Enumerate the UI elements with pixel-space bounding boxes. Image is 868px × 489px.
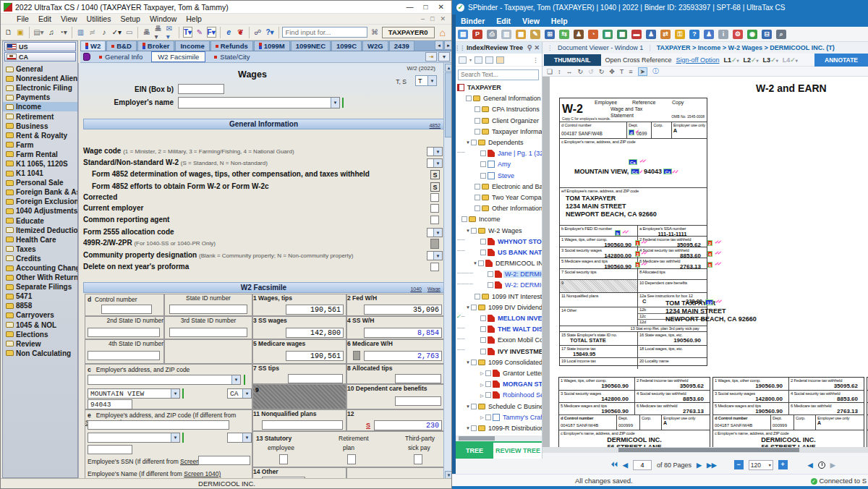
- tree-checkbox[interactable]: [480, 173, 486, 179]
- previous-page-icon[interactable]: ◀: [623, 462, 628, 469]
- help-icon[interactable]: ?: [689, 30, 699, 39]
- rotate-ccw-icon[interactable]: ↺: [588, 68, 594, 75]
- scroll-up-icon[interactable]: ▲: [445, 64, 452, 72]
- tree-item[interactable]: Two Year Compariso: [456, 192, 542, 203]
- drag-grip-icon[interactable]: ⋮: [547, 45, 552, 51]
- annotation-badge[interactable]: d: [629, 129, 634, 135]
- tab-tree[interactable]: TREE: [456, 443, 493, 459]
- menu-file[interactable]: File: [17, 14, 29, 23]
- tree-item[interactable]: ▼1099-R Distributions: [456, 422, 542, 433]
- form-2555-select[interactable]: ▼: [427, 228, 443, 237]
- tab-refunds[interactable]: Refunds: [210, 41, 253, 51]
- lines-icon[interactable]: ≡: [629, 68, 632, 75]
- history-clock-icon[interactable]: [818, 462, 825, 469]
- tree-item[interactable]: ∼∼Jane | Pg. 1 (32): [456, 148, 542, 159]
- pdf-icon[interactable]: P: [472, 30, 482, 39]
- tree-checkbox[interactable]: [480, 326, 486, 332]
- employee-ssn-input[interactable]: [198, 456, 250, 465]
- tree-checkbox[interactable]: [475, 118, 480, 124]
- fit-height-icon[interactable]: ↕: [558, 68, 561, 75]
- state-id-2-input[interactable]: [88, 328, 160, 337]
- sidebar-item[interactable]: Farm: [3, 140, 77, 150]
- chevron-down-icon[interactable]: ▼: [427, 76, 436, 85]
- box7-input[interactable]: [288, 374, 343, 383]
- sidebar-item[interactable]: Credits: [3, 254, 77, 263]
- help-icon[interactable]: ?▾: [265, 27, 274, 38]
- refresh-icon[interactable]: ◉: [747, 30, 757, 39]
- sidebar-item[interactable]: Educate: [3, 216, 77, 226]
- settings-icon[interactable]: ⚙: [733, 30, 743, 39]
- tree-checkbox[interactable]: [478, 260, 484, 266]
- sidebar-item[interactable]: Itemized Deductio: [3, 226, 77, 235]
- fx-icon[interactable]: F▾: [207, 27, 216, 38]
- tree-item[interactable]: Income: [456, 214, 542, 225]
- copy-icon[interactable]: ▥: [76, 27, 85, 38]
- chevron-down-icon[interactable]: ▼: [331, 98, 339, 108]
- level-1-signoff[interactable]: L1✓▾: [723, 56, 739, 64]
- print-preview-icon[interactable]: 🖶▾: [154, 27, 163, 38]
- tree-checkbox[interactable]: [461, 216, 467, 222]
- fit-icon[interactable]: ❏: [547, 68, 553, 75]
- document-horizontal-scrollbar[interactable]: [542, 447, 868, 453]
- statement-button[interactable]: S: [430, 170, 440, 179]
- sidebar-item[interactable]: K1 1041: [3, 169, 77, 178]
- cursor-select-icon[interactable]: ➤: [638, 67, 648, 76]
- last-page-icon[interactable]: ▶▶: [707, 462, 717, 469]
- form-4852-link[interactable]: 4852: [429, 121, 441, 131]
- box11-input[interactable]: [262, 420, 343, 430]
- tree-checkbox[interactable]: [485, 392, 491, 398]
- camera-icon[interactable]: ▤▾: [33, 27, 44, 38]
- tree-item[interactable]: ∼∼THE WALT DISNE: [456, 324, 542, 335]
- transfer-icon[interactable]: ⇄: [660, 30, 671, 39]
- expand-icon[interactable]: ▼: [473, 261, 478, 265]
- sidebar-item[interactable]: Foreign Bank & As: [3, 187, 77, 197]
- calendar-icon[interactable]: ▦: [603, 30, 613, 39]
- expand-icon[interactable]: ▼: [466, 404, 471, 409]
- tree-checkbox[interactable]: [471, 404, 477, 409]
- sidebar-item[interactable]: 8858: [3, 301, 77, 310]
- sidebar-item[interactable]: Farm Rental: [3, 150, 77, 159]
- sidebar-item[interactable]: 1040 Adjustments: [3, 206, 77, 216]
- tab-1099c[interactable]: 1099C: [331, 41, 362, 51]
- check-icon[interactable]: ✓▾: [111, 27, 122, 38]
- tree-checkbox[interactable]: [475, 129, 480, 135]
- tree-checkbox[interactable]: [475, 106, 480, 112]
- mdi-close-icon[interactable]: ✕: [440, 15, 446, 22]
- statement-button[interactable]: S: [430, 182, 440, 192]
- statement-s-link[interactable]: S: [366, 422, 370, 429]
- search-person-icon[interactable]: ☍: [253, 27, 263, 38]
- sidebar-item[interactable]: Carryovers: [3, 310, 77, 320]
- paste-icon[interactable]: ▦: [516, 30, 526, 39]
- tree-checkbox[interactable]: [480, 250, 486, 255]
- open-icon[interactable]: ▣: [15, 27, 25, 38]
- state-id-3-input[interactable]: [169, 328, 247, 337]
- tree-item[interactable]: ▼Dependents: [456, 137, 542, 148]
- employee-address-input[interactable]: [88, 420, 229, 430]
- search-icon[interactable]: ⌕: [776, 30, 786, 39]
- zoom-out-button[interactable]: −: [734, 460, 744, 469]
- windows-icon[interactable]: ⊞: [545, 30, 555, 39]
- subtab-state-city[interactable]: State/City: [208, 52, 255, 61]
- text-select-icon[interactable]: T: [620, 68, 624, 75]
- screen-icon[interactable]: ▭: [124, 27, 134, 38]
- user-add-icon[interactable]: ♟: [574, 30, 584, 39]
- level-3-signoff[interactable]: L3✓▾: [763, 56, 778, 64]
- annotation-badge[interactable]: 2: [707, 240, 712, 246]
- tree-checkbox[interactable]: [471, 228, 477, 234]
- info-icon[interactable]: ⓘ: [652, 67, 659, 76]
- annotation-badge[interactable]: Ca: [629, 159, 637, 165]
- scroll-thumb[interactable]: [618, 448, 799, 452]
- tree-tool-icon[interactable]: [459, 56, 467, 64]
- sidebar-item[interactable]: Business: [3, 122, 77, 131]
- tree-item[interactable]: ▷Grantor Letter: TA: [456, 367, 542, 378]
- tree-item[interactable]: Electronic and Bank: [456, 181, 542, 192]
- tab-1099nec[interactable]: 1099NEC: [291, 41, 331, 51]
- mdi-restore-icon[interactable]: □: [430, 15, 434, 22]
- thumbnail-button[interactable]: THUMBNAIL: [544, 54, 601, 66]
- tab-broker[interactable]: Broker: [137, 41, 175, 51]
- fit-width-icon[interactable]: ↔: [566, 68, 573, 75]
- sidebar-item[interactable]: Electronic Filing: [3, 83, 77, 93]
- sidebar-item[interactable]: K1 1065, 1120S: [3, 159, 77, 169]
- refresh-icon[interactable]: ≓: [88, 27, 97, 38]
- tab-income[interactable]: Income: [175, 41, 209, 51]
